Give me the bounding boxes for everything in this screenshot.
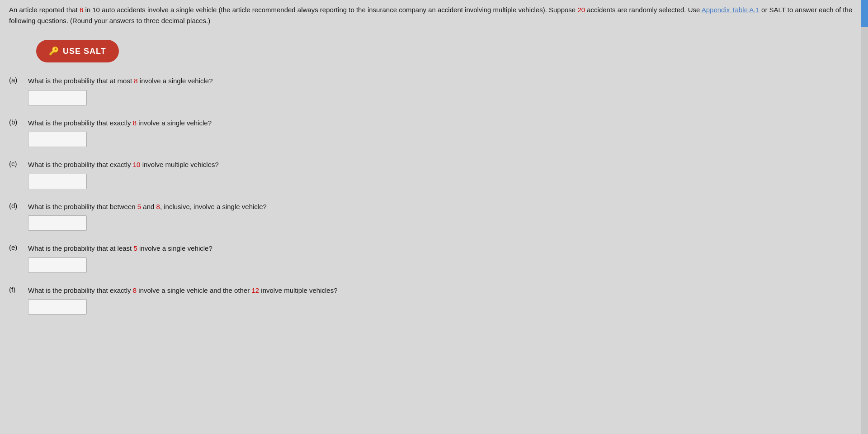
question-label-f: (f) <box>9 286 23 293</box>
question-row-d: (d) What is the probability that between… <box>9 202 859 212</box>
question-text-c: What is the probability that exactly 10 … <box>28 160 219 170</box>
question-text-b: What is the probability that exactly 8 i… <box>28 118 212 129</box>
intro-num2: 20 <box>577 6 585 14</box>
answer-input-d[interactable] <box>28 215 87 231</box>
appendix-link[interactable]: Appendix Table A.1 <box>702 6 760 14</box>
question-row-b: (b) What is the probability that exactly… <box>9 118 859 129</box>
salt-button-label: USE SALT <box>63 47 106 56</box>
question-label-b: (b) <box>9 118 23 126</box>
question-text-f: What is the probability that exactly 8 i… <box>28 286 338 296</box>
intro-text-1: An article reported that <box>9 6 80 14</box>
use-salt-button[interactable]: 🔑 USE SALT <box>36 40 119 62</box>
questions-container: (a) What is the probability that at most… <box>9 76 859 327</box>
intro-text-2: in 10 auto accidents involve a single ve… <box>83 6 577 14</box>
question-block-e: (e) What is the probability that at leas… <box>9 243 859 273</box>
question-block-c: (c) What is the probability that exactly… <box>9 160 859 189</box>
question-block-a: (a) What is the probability that at most… <box>9 76 859 105</box>
intro-text-3: accidents are randomly selected. Use <box>585 6 702 14</box>
question-row-f: (f) What is the probability that exactly… <box>9 286 859 296</box>
question-block-b: (b) What is the probability that exactly… <box>9 118 859 148</box>
answer-input-c[interactable] <box>28 174 87 189</box>
question-row-c: (c) What is the probability that exactly… <box>9 160 859 170</box>
intro-paragraph: An article reported that 6 in 10 auto ac… <box>9 5 859 26</box>
question-label-c: (c) <box>9 160 23 167</box>
question-label-a: (a) <box>9 76 23 84</box>
question-row-a: (a) What is the probability that at most… <box>9 76 859 86</box>
answer-input-e[interactable] <box>28 258 87 273</box>
answer-input-f[interactable] <box>28 299 87 315</box>
intro-num1: 6 <box>80 6 83 14</box>
salt-icon: 🔑 <box>49 46 59 56</box>
question-block-d: (d) What is the probability that between… <box>9 202 859 231</box>
answer-input-a[interactable] <box>28 90 87 105</box>
question-text-a: What is the probability that at most 8 i… <box>28 76 213 86</box>
scrollbar-thumb[interactable] <box>861 0 868 27</box>
question-block-f: (f) What is the probability that exactly… <box>9 286 859 315</box>
question-text-d: What is the probability that between 5 a… <box>28 202 267 212</box>
question-label-d: (d) <box>9 202 23 210</box>
answer-input-b[interactable] <box>28 132 87 147</box>
question-row-e: (e) What is the probability that at leas… <box>9 243 859 254</box>
scrollbar-area <box>861 0 868 434</box>
question-label-e: (e) <box>9 243 23 251</box>
question-text-e: What is the probability that at least 5 … <box>28 243 212 254</box>
